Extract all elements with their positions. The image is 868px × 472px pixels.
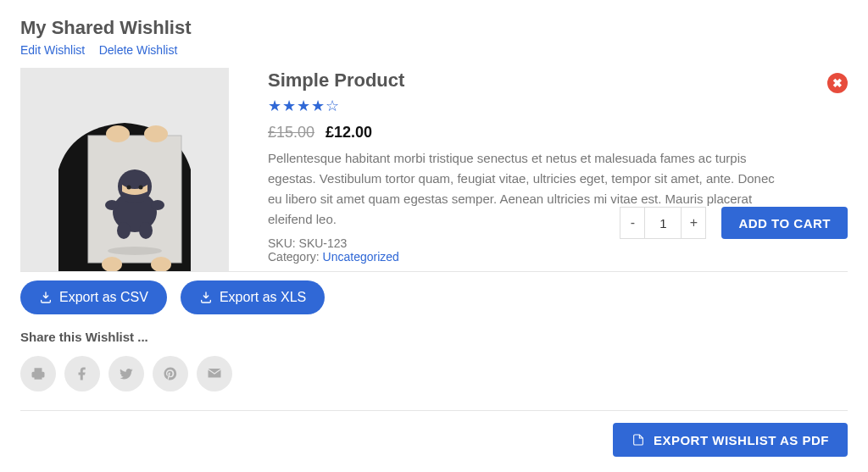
export-pdf-button[interactable]: EXPORT WISHLIST AS PDF — [613, 423, 848, 457]
pinterest-icon — [163, 366, 178, 381]
download-icon — [199, 291, 213, 304]
svg-point-7 — [117, 222, 131, 239]
share-email-button[interactable] — [197, 356, 232, 391]
share-heading: Share this Wishlist ... — [20, 330, 848, 344]
print-icon — [31, 366, 46, 381]
category-label: Category: — [268, 250, 320, 264]
svg-point-9 — [105, 200, 119, 210]
add-to-cart-button[interactable]: ADD TO CART — [721, 207, 848, 239]
share-pinterest-button[interactable] — [153, 356, 188, 391]
facebook-icon — [75, 366, 90, 381]
svg-point-12 — [106, 125, 130, 142]
qty-decrease-button[interactable]: - — [620, 207, 645, 239]
product-image[interactable] — [20, 68, 229, 271]
close-icon: ✖ — [832, 76, 843, 90]
add-to-cart-controls: - + ADD TO CART — [620, 207, 848, 239]
document-icon — [632, 432, 645, 447]
email-icon — [207, 366, 222, 381]
share-facebook-button[interactable] — [64, 356, 100, 391]
export-csv-label: Export as CSV — [59, 290, 148, 305]
share-print-button[interactable] — [20, 356, 56, 391]
svg-point-11 — [108, 247, 162, 255]
svg-point-10 — [151, 200, 164, 210]
export-xls-button[interactable]: Export as XLS — [181, 280, 325, 314]
svg-point-5 — [127, 186, 131, 190]
rating-stars: ★★★★☆ — [268, 97, 848, 115]
category-link[interactable]: Uncategorized — [323, 250, 399, 264]
product-row: ✖ Simple Product ★★★★☆ £15.00 £12.00 Pel… — [20, 68, 848, 272]
download-icon — [39, 291, 53, 304]
price-row: £15.00 £12.00 — [268, 124, 848, 142]
share-twitter-button[interactable] — [108, 356, 144, 391]
quantity-stepper: - + — [620, 207, 706, 239]
export-pdf-label: EXPORT WISHLIST AS PDF — [654, 433, 829, 447]
remove-item-button[interactable]: ✖ — [827, 73, 848, 93]
qty-increase-button[interactable]: + — [681, 207, 706, 239]
pdf-row: EXPORT WISHLIST AS PDF — [20, 411, 848, 457]
product-meta: SKU: SKU-123 Category: Uncategorized — [268, 236, 848, 264]
old-price: £15.00 — [268, 124, 314, 141]
wishlist-actions: Edit Wishlist Delete Wishlist — [20, 42, 848, 58]
product-info: ✖ Simple Product ★★★★☆ £15.00 £12.00 Pel… — [268, 68, 848, 271]
svg-point-6 — [139, 186, 143, 190]
sale-price: £12.00 — [326, 124, 372, 141]
svg-point-8 — [139, 222, 153, 239]
sku-label: SKU: — [268, 236, 296, 250]
edit-wishlist-link[interactable]: Edit Wishlist — [20, 43, 85, 57]
twitter-icon — [119, 366, 134, 381]
product-thumbnail-illustration — [20, 68, 229, 271]
export-row: Export as CSV Export as XLS — [20, 280, 848, 314]
qty-input[interactable] — [645, 207, 681, 239]
product-title: Simple Product — [268, 69, 848, 92]
export-csv-button[interactable]: Export as CSV — [20, 280, 167, 314]
svg-point-13 — [144, 125, 168, 142]
page-title: My Shared Wishlist — [20, 17, 848, 39]
share-row — [20, 356, 848, 411]
delete-wishlist-link[interactable]: Delete Wishlist — [99, 43, 178, 57]
export-xls-label: Export as XLS — [220, 290, 306, 305]
sku-value: SKU-123 — [299, 236, 348, 250]
